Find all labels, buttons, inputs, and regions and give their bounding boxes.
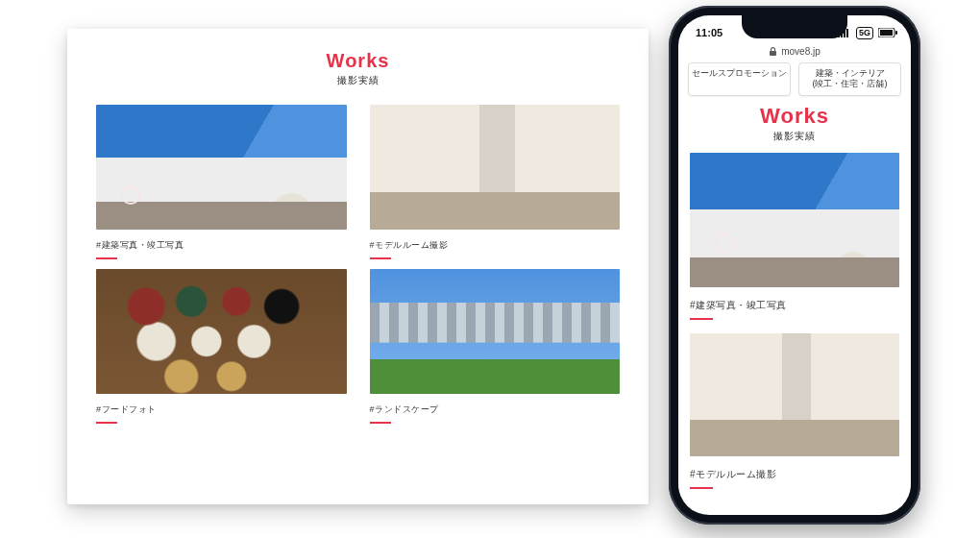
- work-card[interactable]: #モデルルーム撮影: [370, 105, 621, 259]
- accent-underline: [370, 257, 391, 259]
- accent-underline: [96, 422, 117, 424]
- phone-mockup: 11:05 5G move8.jp セールスプロモーシ: [669, 6, 920, 525]
- work-thumbnail[interactable]: [690, 153, 899, 287]
- work-thumbnail[interactable]: [96, 269, 347, 394]
- svg-rect-6: [895, 31, 897, 35]
- accent-underline: [690, 487, 713, 489]
- work-thumbnail[interactable]: [96, 105, 347, 230]
- work-card[interactable]: #建築写真・竣工写真: [96, 105, 347, 259]
- work-card[interactable]: #建築写真・竣工写真: [690, 153, 899, 320]
- works-title: Works: [678, 104, 911, 129]
- work-thumbnail[interactable]: [370, 269, 621, 394]
- work-card[interactable]: #フードフォト: [96, 269, 347, 424]
- work-thumbnail[interactable]: [690, 333, 899, 456]
- work-caption: #建築写真・竣工写真: [690, 299, 899, 312]
- network-badge: 5G: [856, 27, 873, 39]
- desktop-preview-panel: Works 撮影実績 #建築写真・竣工写真 #モデルルーム撮影 #フードフォト: [67, 29, 649, 504]
- svg-rect-5: [880, 30, 893, 36]
- battery-icon: [878, 28, 897, 37]
- status-time: 11:05: [696, 27, 723, 38]
- svg-rect-7: [770, 51, 776, 56]
- works-grid: #建築写真・竣工写真 #モデルルーム撮影 #フードフォト #ランドスケープ: [96, 105, 620, 424]
- accent-underline: [690, 318, 713, 320]
- work-caption: #建築写真・竣工写真: [96, 239, 347, 252]
- stage: Works 撮影実績 #建築写真・竣工写真 #モデルルーム撮影 #フードフォト: [0, 0, 980, 538]
- work-caption: #モデルルーム撮影: [370, 239, 621, 252]
- accent-underline: [370, 422, 391, 424]
- phone-notch: [742, 15, 847, 38]
- category-pill[interactable]: 建築・インテリア (竣工・住宅・店舗): [798, 62, 901, 96]
- browser-url-bar[interactable]: move8.jp: [688, 46, 901, 57]
- work-thumbnail[interactable]: [370, 105, 621, 230]
- work-card[interactable]: #ランドスケープ: [370, 269, 621, 424]
- works-subtitle: 撮影実績: [678, 130, 911, 143]
- work-caption: #ランドスケープ: [370, 404, 621, 416]
- accent-underline: [96, 257, 117, 259]
- work-card[interactable]: #モデルルーム撮影: [690, 333, 899, 489]
- works-subtitle: 撮影実績: [96, 74, 620, 87]
- work-caption: #モデルルーム撮影: [690, 468, 899, 481]
- url-host: move8.jp: [781, 46, 821, 57]
- svg-rect-3: [846, 29, 848, 37]
- works-list: #建築写真・竣工写真 #モデルルーム撮影: [678, 143, 911, 489]
- category-pill[interactable]: セールスプロモーション: [688, 62, 791, 96]
- category-pills: セールスプロモーション 建築・インテリア (竣工・住宅・店舗): [678, 62, 911, 104]
- works-title: Works: [96, 50, 620, 72]
- work-caption: #フードフォト: [96, 404, 347, 416]
- lock-icon: [769, 47, 777, 57]
- phone-screen: 11:05 5G move8.jp セールスプロモーシ: [678, 15, 911, 515]
